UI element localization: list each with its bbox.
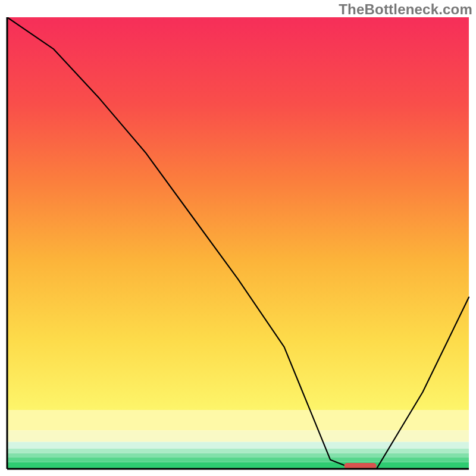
bg-band — [7, 410, 469, 430]
bg-band — [7, 462, 469, 469]
chart-frame: TheBottleneck.com — [0, 0, 476, 476]
bg-band — [7, 17, 469, 410]
bg-band — [7, 430, 469, 441]
bottleneck-chart — [6, 17, 470, 470]
bg-band — [7, 458, 469, 462]
bg-band — [7, 453, 469, 458]
watermark-text: TheBottleneck.com — [339, 1, 472, 18]
bg-band — [7, 449, 469, 453]
bg-band — [7, 441, 469, 448]
chart-svg — [6, 17, 470, 470]
